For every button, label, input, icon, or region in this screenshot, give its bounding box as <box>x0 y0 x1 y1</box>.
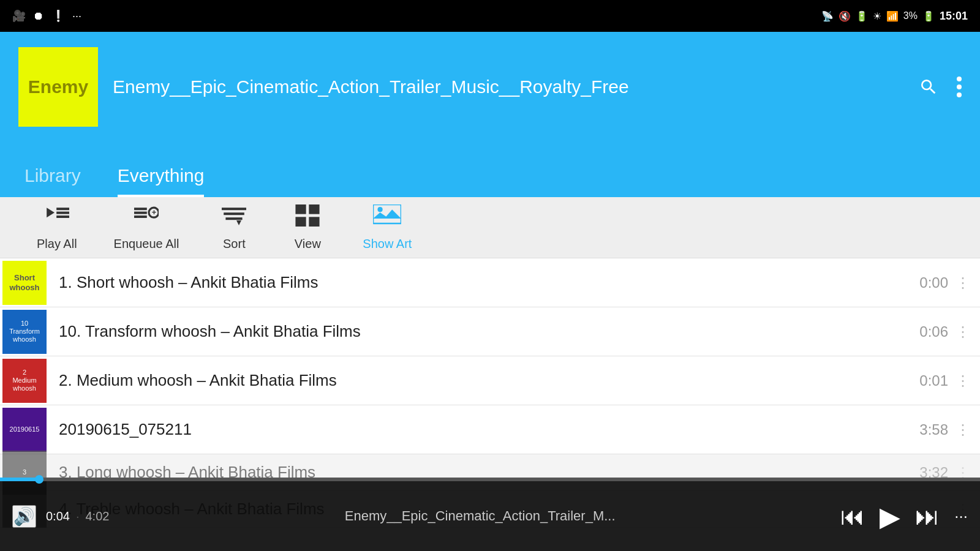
battery-icon: 🔋 <box>922 10 935 22</box>
show-art-label: Show Art <box>363 237 412 251</box>
svg-rect-4 <box>134 208 147 210</box>
header: Enemy Enemy__Epic_Cinematic_Action_Trail… <box>0 32 980 142</box>
track-thumb-1: Shortwhoosh <box>0 258 49 307</box>
svg-rect-5 <box>134 211 147 214</box>
volume-button[interactable]: 🔊 <box>12 505 36 528</box>
show-art-button[interactable]: Show Art <box>344 204 430 251</box>
svg-rect-3 <box>56 216 69 218</box>
play-all-label: Play All <box>37 237 77 251</box>
more-status-icon: ··· <box>72 10 81 23</box>
alert-icon: ❕ <box>51 9 65 23</box>
progress-bar-fill <box>0 478 39 481</box>
view-button[interactable]: View <box>271 204 344 251</box>
enqueue-all-label: Enqueue All <box>114 237 179 251</box>
status-bar: 🎥 ⏺ ❕ ··· 📡 🔇 🔋 ☀ 📶 3% 🔋 15:01 <box>0 0 980 32</box>
search-button[interactable] <box>919 77 938 97</box>
sort-button[interactable]: Sort <box>197 204 271 251</box>
track-menu-1[interactable]: ⋮ <box>956 274 970 291</box>
track-title-1: 1. Short whoosh – Ankit Bhatia Films <box>49 273 899 292</box>
play-pause-button[interactable]: ▶ <box>880 501 900 532</box>
track-title-2: 10. Transform whoosh – Ankit Bhatia Film… <box>49 322 899 341</box>
tabs: Library Everything <box>0 142 980 197</box>
svg-rect-6 <box>134 216 147 218</box>
track-thumb-3: 2Mediumwhoosh <box>0 356 49 405</box>
enqueue-all-button[interactable]: + Enqueue All <box>96 204 198 251</box>
track-row[interactable]: 10Transformwhoosh 10. Transform whoosh –… <box>0 307 980 356</box>
svg-rect-16 <box>309 217 320 227</box>
svg-rect-11 <box>226 217 243 220</box>
brightness-icon: ☀ <box>873 10 881 22</box>
play-all-icon <box>45 204 69 232</box>
enqueue-all-icon: + <box>134 204 159 232</box>
more-options-button[interactable] <box>957 77 962 97</box>
now-playing-current-time: 0:04 <box>46 509 70 523</box>
next-button[interactable]: ⏭ <box>915 503 940 530</box>
sort-label: Sort <box>223 237 246 251</box>
track-title-4: 20190615_075211 <box>49 420 899 439</box>
svg-marker-12 <box>236 220 241 225</box>
track-row[interactable]: 2Mediumwhoosh 2. Medium whoosh – Ankit B… <box>0 356 980 405</box>
now-playing-total-time: 4:02 <box>86 509 110 523</box>
cast-icon: 📡 <box>821 10 834 22</box>
track-thumb-2: 10Transformwhoosh <box>0 307 49 356</box>
svg-rect-10 <box>224 212 245 215</box>
album-art: Enemy <box>18 47 98 127</box>
now-playing-more-button[interactable]: ··· <box>954 507 968 526</box>
play-all-button[interactable]: Play All <box>18 204 96 251</box>
view-label: View <box>295 237 321 251</box>
tab-library[interactable]: Library <box>24 165 81 197</box>
track-menu-4[interactable]: ⋮ <box>956 421 970 438</box>
now-playing-bar: 🔊 0:04 · 4:02 Enemy__Epic_Cinematic_Acti… <box>0 478 980 551</box>
svg-rect-9 <box>222 208 246 210</box>
signal-icon: 📶 <box>886 10 899 22</box>
battery-percent: 3% <box>903 10 918 21</box>
track-menu-2[interactable]: ⋮ <box>956 323 970 340</box>
track-duration-3: 0:01 <box>899 372 948 389</box>
mute-icon: 🔇 <box>839 10 851 22</box>
progress-dot <box>35 475 43 484</box>
now-playing-title: Enemy__Epic_Cinematic_Action_Trailer_M..… <box>129 508 831 524</box>
svg-rect-1 <box>56 208 69 210</box>
record-icon: ⏺ <box>33 10 44 23</box>
album-art-text: Enemy <box>28 77 88 97</box>
svg-marker-0 <box>47 208 55 217</box>
battery-info-icon: 🔋 <box>856 10 868 22</box>
track-duration-1: 0:00 <box>899 274 948 291</box>
track-row[interactable]: 20190615 20190615_075211 3:58 ⋮ <box>0 405 980 454</box>
view-icon <box>295 204 320 232</box>
track-title-3: 2. Medium whoosh – Ankit Bhatia Films <box>49 371 899 390</box>
svg-rect-14 <box>309 204 320 214</box>
track-menu-3[interactable]: ⋮ <box>956 372 970 389</box>
progress-bar[interactable] <box>0 478 980 481</box>
track-thumb-4: 20190615 <box>0 405 49 454</box>
svg-rect-15 <box>296 217 306 227</box>
previous-button[interactable]: ⏮ <box>840 503 865 530</box>
svg-point-18 <box>378 207 383 212</box>
status-time: 15:01 <box>940 10 968 23</box>
track-duration-2: 0:06 <box>899 323 948 340</box>
svg-rect-17 <box>373 204 401 223</box>
track-row[interactable]: Shortwhoosh 1. Short whoosh – Ankit Bhat… <box>0 258 980 307</box>
svg-text:+: + <box>152 208 156 217</box>
show-art-icon <box>373 204 401 232</box>
track-duration-4: 3:58 <box>899 421 948 438</box>
svg-rect-13 <box>296 204 306 214</box>
svg-rect-2 <box>56 211 69 214</box>
tab-everything[interactable]: Everything <box>118 165 205 197</box>
camera-icon: 🎥 <box>12 9 26 23</box>
header-title: Enemy__Epic_Cinematic_Action_Trailer_Mus… <box>113 77 904 97</box>
sort-icon <box>222 204 246 232</box>
toolbar: Play All + Enqueue All Sort <box>0 197 980 258</box>
